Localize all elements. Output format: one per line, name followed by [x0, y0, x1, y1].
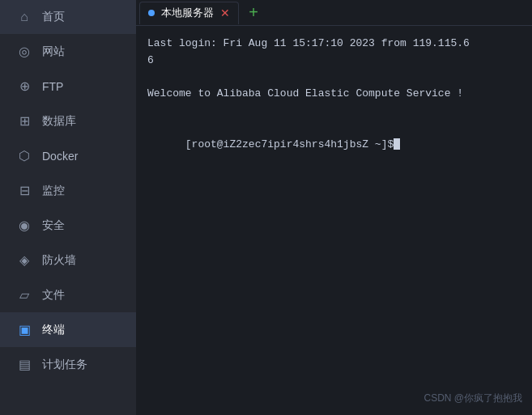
- sidebar-label-database: 数据库: [42, 114, 76, 129]
- sidebar-icon-website: ◎: [16, 44, 32, 59]
- sidebar-item-files[interactable]: ▱文件: [0, 277, 136, 312]
- sidebar-item-database[interactable]: ⊞数据库: [0, 104, 136, 138]
- sidebar-item-ftp[interactable]: ⊕FTP: [0, 69, 136, 104]
- sidebar-icon-terminal: ▣: [16, 322, 32, 337]
- sidebar-item-monitor[interactable]: ⊟监控: [0, 173, 136, 208]
- sidebar-label-terminal: 终端: [42, 323, 65, 337]
- tab-dot: [148, 10, 155, 16]
- sidebar-label-monitor: 监控: [42, 184, 65, 198]
- terminal-line-3: [147, 70, 521, 87]
- watermark: CSDN @你疯了抱抱我: [423, 392, 522, 405]
- add-tab-button[interactable]: +: [242, 2, 265, 24]
- tab-close-button[interactable]: ✕: [220, 7, 230, 19]
- terminal-line-5: [147, 103, 521, 120]
- tab-label: 本地服务器: [161, 6, 214, 20]
- sidebar-label-home: 首页: [42, 10, 65, 24]
- terminal-line-1: Last login: Fri Aug 11 15:17:10 2023 fro…: [147, 36, 521, 53]
- terminal-line-2: 6: [147, 53, 521, 70]
- terminal-prompt: [root@iZ2zec7ipir4shrs4h1jbsZ ~]$: [147, 120, 521, 170]
- sidebar-item-website[interactable]: ◎网站: [0, 34, 136, 69]
- sidebar-item-docker[interactable]: ⬡Docker: [0, 138, 136, 173]
- sidebar-label-files: 文件: [42, 288, 65, 303]
- main-content: 本地服务器 ✕ + Last login: Fri Aug 11 15:17:1…: [136, 0, 532, 415]
- sidebar-label-security: 安全: [42, 218, 65, 233]
- sidebar-item-home[interactable]: ⌂首页: [0, 0, 136, 34]
- terminal-cursor: [394, 138, 400, 150]
- sidebar-label-website: 网站: [42, 44, 65, 59]
- sidebar-icon-scheduled: ▤: [16, 357, 32, 372]
- sidebar-icon-docker: ⬡: [16, 148, 32, 163]
- sidebar-icon-monitor: ⊟: [16, 183, 32, 198]
- terminal-line-4: Welcome to Alibaba Cloud Elastic Compute…: [147, 86, 521, 103]
- sidebar-icon-security: ◉: [16, 218, 32, 233]
- tab-bar: 本地服务器 ✕ +: [136, 0, 532, 26]
- sidebar-icon-files: ▱: [16, 287, 32, 303]
- sidebar-icon-database: ⊞: [16, 113, 32, 129]
- sidebar-label-firewall: 防火墙: [42, 253, 76, 268]
- sidebar-icon-firewall: ◈: [16, 252, 32, 268]
- sidebar-label-docker: Docker: [42, 150, 78, 163]
- sidebar-icon-home: ⌂: [16, 10, 32, 24]
- sidebar-label-scheduled: 计划任务: [42, 358, 87, 372]
- sidebar-icon-ftp: ⊕: [16, 78, 32, 94]
- sidebar-item-firewall[interactable]: ◈防火墙: [0, 243, 136, 277]
- tab-local-server[interactable]: 本地服务器 ✕: [139, 2, 239, 24]
- terminal-area[interactable]: Last login: Fri Aug 11 15:17:10 2023 fro…: [136, 26, 532, 415]
- sidebar: ⌂首页◎网站⊕FTP⊞数据库⬡Docker⊟监控◉安全◈防火墙▱文件▣终端▤计划…: [0, 0, 136, 415]
- sidebar-item-terminal[interactable]: ▣终端: [0, 312, 136, 347]
- sidebar-item-security[interactable]: ◉安全: [0, 208, 136, 243]
- sidebar-label-ftp: FTP: [42, 80, 63, 93]
- sidebar-item-scheduled[interactable]: ▤计划任务: [0, 347, 136, 382]
